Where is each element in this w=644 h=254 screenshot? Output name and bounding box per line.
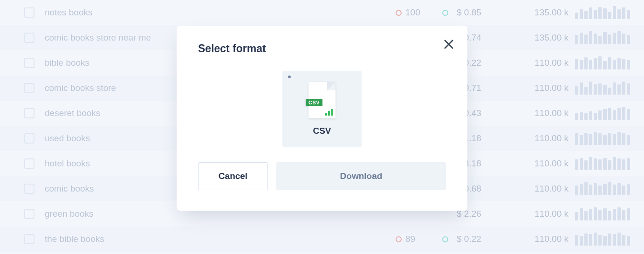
download-button[interactable]: Download bbox=[276, 162, 446, 190]
close-icon[interactable] bbox=[442, 38, 455, 51]
format-option-csv[interactable]: CSV CSV bbox=[282, 71, 362, 147]
csv-file-icon: CSV bbox=[308, 82, 336, 118]
chart-icon bbox=[325, 109, 333, 116]
radio-selected-icon bbox=[288, 76, 291, 78]
modal-title: Select format bbox=[198, 42, 446, 55]
csv-tag: CSV bbox=[306, 99, 322, 106]
format-label: CSV bbox=[313, 126, 331, 136]
cancel-button[interactable]: Cancel bbox=[198, 162, 268, 190]
select-format-modal: Select format CSV CSV Cancel Download bbox=[177, 26, 467, 211]
modal-actions: Cancel Download bbox=[198, 162, 446, 190]
modal-overlay: Select format CSV CSV Cancel Download bbox=[0, 0, 644, 254]
